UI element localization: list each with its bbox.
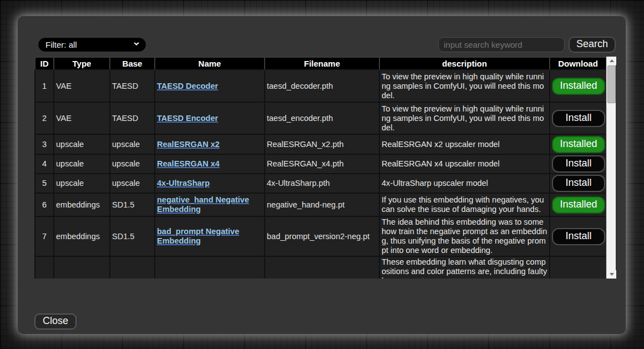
cell-description: RealESRGAN x2 upscaler model	[379, 134, 550, 154]
table-row: 7embeddingsSD1.5bad_prompt Negative Embe…	[35, 216, 606, 256]
cell-id	[35, 256, 54, 279]
cell-description: If you use this embedding with negatives…	[379, 193, 550, 216]
install-button[interactable]: Install	[552, 228, 605, 245]
scroll-down-button[interactable]	[607, 270, 616, 279]
scroll-up-button[interactable]	[607, 57, 616, 65]
cell-base: upscale	[110, 134, 155, 154]
cell-download	[550, 256, 606, 279]
triangle-up-icon	[610, 59, 614, 62]
table-row: 2VAETAESDTAESD Encodertaesd_encoder.pthT…	[35, 102, 606, 134]
cell-description: To view the preview in high quality whil…	[379, 102, 550, 134]
cell-name: TAESD Encoder	[155, 102, 265, 134]
cell-download: Installed	[550, 70, 606, 102]
column-header-download: Download	[550, 57, 606, 70]
cell-name: RealESRGAN x4	[155, 154, 265, 174]
cell-type: upscale	[54, 174, 110, 193]
table-scrollbar[interactable]	[606, 57, 616, 279]
model-name-link[interactable]: bad_prompt Negative Embedding	[157, 227, 239, 245]
install-models-dialog: Filter: all Search IDTypeBaseNameFilenam…	[18, 16, 626, 334]
model-name-link[interactable]: RealESRGAN x2	[157, 140, 220, 149]
dialog-footer: Close	[34, 313, 626, 330]
dialog-toolbar: Filter: all Search	[34, 37, 616, 53]
cell-description: The idea behind this embedding was to so…	[379, 216, 550, 256]
cell-download: Install	[550, 102, 606, 134]
cell-filename: bad_prompt_version2-neg.pt	[265, 216, 379, 256]
table-row: 4upscaleupscaleRealESRGAN x4RealESRGAN_x…	[35, 154, 606, 174]
cell-name: RealESRGAN x2	[155, 134, 265, 154]
cell-description: These embedding learn what disgusting co…	[379, 256, 550, 279]
install-button[interactable]: Install	[552, 175, 605, 192]
cell-id: 4	[35, 154, 54, 174]
column-header-base: Base	[110, 57, 155, 70]
cell-filename: negative_hand-neg.pt	[265, 193, 379, 216]
cell-description: To view the preview in high quality whil…	[379, 70, 550, 102]
column-header-name: Name	[155, 57, 265, 70]
cell-id: 3	[35, 134, 54, 154]
column-header-id: ID	[35, 57, 54, 70]
cell-filename: taesd_encoder.pth	[265, 102, 379, 134]
model-name-link[interactable]: TAESD Decoder	[157, 82, 218, 90]
cell-name: 4x-UltraSharp	[155, 174, 265, 193]
cell-id: 5	[35, 174, 54, 193]
cell-base: SD1.5	[110, 193, 155, 216]
models-table-clip: IDTypeBaseNameFilenamedescriptionDownloa…	[34, 57, 606, 279]
cell-name: TAESD Decoder	[155, 70, 265, 102]
model-name-link[interactable]: RealESRGAN x4	[157, 159, 220, 168]
cell-download: Install	[550, 154, 606, 174]
cell-base: TAESD	[110, 70, 155, 102]
models-table-zone: IDTypeBaseNameFilenamedescriptionDownloa…	[34, 57, 616, 279]
column-header-filename: Filename	[265, 57, 379, 70]
column-header-type: Type	[54, 57, 110, 70]
cell-base: SD1.5	[110, 216, 155, 256]
cell-description: 4x-UltraSharp upscaler model	[379, 174, 550, 193]
installed-button[interactable]: Installed	[552, 136, 605, 153]
cell-id: 1	[35, 70, 54, 102]
cell-type: embeddings	[54, 216, 110, 256]
installed-button[interactable]: Installed	[552, 78, 605, 95]
cell-type: VAE	[54, 70, 110, 102]
install-button[interactable]: Install	[552, 110, 605, 127]
cell-filename: RealESRGAN_x2.pth	[265, 134, 379, 154]
table-row: 6embeddingsSD1.5negative_hand Negative E…	[35, 193, 606, 216]
table-header: IDTypeBaseNameFilenamedescriptionDownloa…	[35, 57, 606, 70]
models-table: IDTypeBaseNameFilenamedescriptionDownloa…	[34, 57, 606, 279]
cell-type	[54, 256, 110, 279]
triangle-down-icon	[610, 273, 614, 276]
cell-base	[110, 256, 155, 279]
scrollbar-thumb[interactable]	[607, 65, 616, 103]
cell-type: upscale	[54, 154, 110, 174]
model-name-link[interactable]: negative_hand Negative Embedding	[157, 195, 249, 214]
table-row: 1VAETAESDTAESD Decodertaesd_decoder.pthT…	[35, 70, 606, 102]
search-area: Search	[438, 37, 616, 53]
cell-id: 6	[35, 193, 54, 216]
install-button[interactable]: Install	[552, 155, 605, 173]
installed-button[interactable]: Installed	[552, 196, 605, 214]
search-input[interactable]	[438, 37, 565, 52]
search-button[interactable]: Search	[569, 37, 616, 53]
cell-download: Installed	[550, 193, 606, 216]
model-name-link[interactable]: TAESD Encoder	[157, 114, 218, 123]
cell-base: upscale	[110, 174, 155, 193]
close-button[interactable]: Close	[34, 313, 77, 330]
cell-base: TAESD	[110, 102, 155, 134]
table-row: These embedding learn what disgusting co…	[35, 256, 606, 279]
cell-type: embeddings	[54, 193, 110, 216]
table-row: 5upscaleupscale4x-UltraSharp4x-UltraShar…	[35, 174, 606, 193]
cell-filename: 4x-UltraSharp.pth	[265, 174, 379, 193]
filter-select[interactable]: Filter: all	[38, 37, 146, 52]
cell-filename: taesd_decoder.pth	[265, 70, 379, 102]
cell-filename	[265, 256, 379, 279]
cell-description: RealESRGAN x4 upscaler model	[379, 154, 550, 174]
cell-name: bad_prompt Negative Embedding	[155, 216, 265, 256]
model-name-link[interactable]: 4x-UltraSharp	[157, 179, 210, 188]
filter-select-value: Filter: all	[45, 40, 77, 49]
table-row: 3upscaleupscaleRealESRGAN x2RealESRGAN_x…	[35, 134, 606, 154]
cell-download: Install	[550, 174, 606, 193]
cell-name: negative_hand Negative Embedding	[155, 193, 265, 216]
cell-filename: RealESRGAN_x4.pth	[265, 154, 379, 174]
cell-name	[155, 256, 265, 279]
cell-type: upscale	[54, 134, 110, 154]
cell-base: upscale	[110, 154, 155, 174]
cell-id: 2	[35, 102, 54, 134]
column-header-description: description	[379, 57, 550, 70]
